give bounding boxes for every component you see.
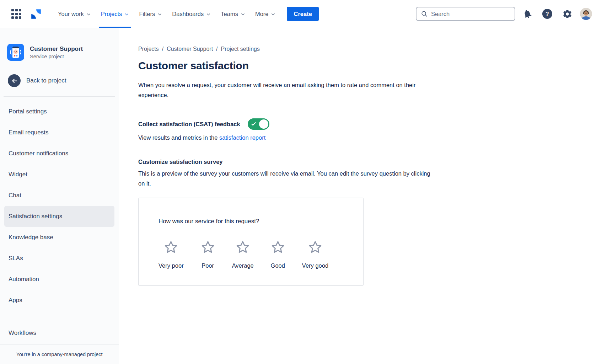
rating-average[interactable]: Average — [232, 240, 254, 269]
project-title-block: Customer Support Service project — [30, 46, 83, 59]
toggle-knob — [259, 119, 268, 129]
project-name: Customer Support — [30, 46, 83, 53]
project-header: Customer Support Service project — [0, 28, 119, 61]
gear-icon — [562, 9, 573, 19]
rating-label: Poor — [201, 262, 214, 269]
rating-good[interactable]: Good — [270, 240, 286, 269]
rating-very-poor[interactable]: Very poor — [158, 240, 184, 269]
back-to-project-button[interactable]: Back to project — [0, 74, 119, 87]
chevron-down-icon — [271, 12, 275, 17]
sidebar: Customer Support Service project Back to… — [0, 28, 119, 364]
sidebar-item-workflows[interactable]: Workflows — [4, 322, 114, 343]
rating-poor[interactable]: Poor — [200, 240, 216, 269]
nav-item-label: More — [255, 11, 269, 17]
check-icon — [251, 122, 256, 126]
star-icon — [235, 240, 250, 255]
metrics-text: View results and metrics in the satisfac… — [138, 134, 581, 141]
divider — [4, 320, 115, 320]
jira-logo[interactable] — [29, 7, 43, 21]
survey-question[interactable]: How was our service for this request? — [158, 218, 349, 225]
svg-text:?: ? — [545, 11, 549, 17]
top-nav: Your work Projects Filters Dashboards Te… — [0, 0, 602, 28]
rating-label: Average — [232, 262, 254, 269]
app-switcher-icon — [11, 9, 21, 19]
nav-item-label: Your work — [58, 11, 84, 17]
notifications-button[interactable] — [520, 6, 535, 22]
sidebar-item-apps[interactable]: Apps — [4, 290, 114, 311]
nav-item-label: Filters — [139, 11, 155, 17]
chevron-down-icon — [86, 12, 91, 17]
csat-toggle-row: Collect satisfaction (CSAT) feedback — [138, 118, 581, 130]
sidebar-item-chat[interactable]: Chat — [4, 185, 114, 206]
divider — [4, 96, 115, 97]
search-box — [416, 7, 515, 21]
breadcrumb: Projects / Customer Support / Project se… — [138, 46, 581, 52]
nav-item-label: Dashboards — [172, 11, 204, 17]
nav-item-label: Teams — [221, 11, 238, 17]
sidebar-item-automation[interactable]: Automation — [4, 269, 114, 290]
sidebar-item-customer-notifications[interactable]: Customer notifications — [4, 143, 114, 164]
help-icon: ? — [542, 9, 553, 19]
metrics-text-prefix: View results and metrics in the — [138, 134, 219, 141]
bell-icon — [521, 7, 533, 20]
chevron-down-icon — [157, 12, 162, 17]
satisfaction-report-link[interactable]: satisfaction report — [219, 134, 265, 141]
create-button[interactable]: Create — [287, 7, 318, 21]
nav-item-projects[interactable]: Projects — [96, 0, 134, 28]
back-to-project-label: Back to project — [26, 77, 66, 84]
sidebar-item-satisfaction-settings[interactable]: Satisfaction settings — [4, 206, 114, 227]
star-icon — [308, 240, 323, 255]
sidebar-item-portal-settings[interactable]: Portal settings — [4, 101, 114, 122]
sidebar-item-knowledge-base[interactable]: Knowledge base — [4, 227, 114, 248]
project-type: Service project — [30, 54, 83, 59]
app-root: Your work Projects Filters Dashboards Te… — [0, 0, 602, 364]
rating-label: Good — [271, 262, 285, 269]
nav-item-label: Projects — [101, 11, 122, 17]
top-nav-left: Your work Projects Filters Dashboards Te… — [10, 0, 319, 28]
sidebar-item-email-requests[interactable]: Email requests — [4, 122, 114, 143]
intro-text: When you resolve a request, your custome… — [138, 80, 423, 100]
top-nav-right: ? — [416, 6, 592, 22]
star-icon — [200, 240, 215, 255]
rating-scale: Very poor Poor Average Good Very good — [158, 240, 349, 269]
sidebar-item-widget[interactable]: Widget — [4, 164, 114, 185]
nav-item-more[interactable]: More — [250, 0, 281, 28]
nav-item-your-work[interactable]: Your work — [53, 0, 96, 28]
user-avatar-photo — [580, 8, 592, 20]
nav-item-filters[interactable]: Filters — [134, 0, 167, 28]
primary-nav: Your work Projects Filters Dashboards Te… — [53, 0, 280, 28]
search-input[interactable] — [431, 11, 510, 17]
breadcrumb-projects[interactable]: Projects — [138, 46, 159, 52]
customize-description: This is a preview of the survey your cus… — [138, 168, 433, 188]
sidebar-item-slas[interactable]: SLAs — [4, 248, 114, 269]
user-avatar[interactable] — [580, 8, 592, 20]
survey-preview-card: How was our service for this request? Ve… — [138, 198, 364, 286]
breadcrumb-project-settings[interactable]: Project settings — [221, 46, 260, 52]
project-management-footer: You're in a company-managed project — [0, 344, 119, 364]
breadcrumb-customer-support[interactable]: Customer Support — [167, 46, 213, 52]
back-arrow-icon — [8, 74, 21, 87]
breadcrumb-separator: / — [162, 46, 163, 52]
project-avatar — [7, 44, 24, 61]
settings-button[interactable] — [559, 6, 575, 22]
settings-menu: Portal settings Email requests Customer … — [0, 101, 119, 311]
csat-toggle[interactable] — [248, 118, 269, 130]
customize-heading: Customize satisfaction survey — [138, 159, 581, 165]
csat-toggle-label: Collect satisfaction (CSAT) feedback — [138, 121, 240, 128]
nav-item-dashboards[interactable]: Dashboards — [167, 0, 216, 28]
jira-logo-icon — [31, 9, 42, 20]
star-icon — [270, 240, 285, 255]
rating-very-good[interactable]: Very good — [302, 240, 328, 269]
chevron-down-icon — [206, 12, 211, 17]
app-switcher-button[interactable] — [10, 7, 23, 20]
page-title: Customer satisfaction — [138, 60, 581, 72]
chevron-down-icon — [124, 12, 129, 17]
star-icon — [163, 240, 178, 255]
nav-item-teams[interactable]: Teams — [216, 0, 250, 28]
help-button[interactable]: ? — [539, 6, 555, 22]
rating-label: Very poor — [158, 262, 184, 269]
chevron-down-icon — [241, 12, 245, 17]
main-content: Projects / Customer Support / Project se… — [119, 28, 602, 364]
rating-label: Very good — [302, 262, 328, 269]
breadcrumb-separator: / — [216, 46, 217, 52]
